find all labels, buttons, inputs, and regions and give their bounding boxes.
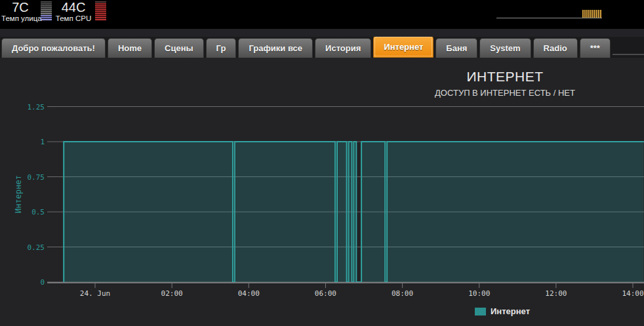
tab-гр[interactable]: Гр	[206, 38, 237, 58]
tab-добро-пожаловать-[interactable]: Добро пожаловать!	[1, 38, 106, 58]
sparkline-baseline	[496, 18, 602, 18]
svg-text:02:00: 02:00	[161, 289, 183, 298]
tab-home[interactable]: Home	[108, 38, 152, 58]
tab-интернет[interactable]: Интернет	[373, 35, 433, 58]
svg-text:10:00: 10:00	[468, 289, 490, 298]
svg-text:04:00: 04:00	[238, 289, 260, 298]
svg-text:1.25: 1.25	[28, 103, 45, 112]
outdoor-temp-gauge-icon	[41, 1, 52, 20]
tabbar-baseline	[613, 35, 644, 55]
tab--[interactable]: ***	[580, 38, 611, 58]
sparkline-bars-icon	[582, 10, 601, 18]
cpu-temp-label: Темп CPU	[55, 14, 92, 22]
cpu-temp-gauge-icon	[95, 1, 106, 20]
chart-title: ИНТЕРНЕТ	[367, 69, 643, 85]
svg-text:14:00: 14:00	[622, 289, 643, 298]
legend-label: Интернет	[491, 306, 530, 316]
tab-system[interactable]: System	[479, 38, 531, 58]
svg-text:0.75: 0.75	[28, 173, 45, 182]
tab-история[interactable]: История	[315, 38, 371, 58]
svg-text:12:00: 12:00	[545, 289, 567, 298]
topbar-divider	[0, 29, 644, 37]
cpu-temp-value: 44C	[55, 1, 92, 14]
svg-text:08:00: 08:00	[392, 289, 413, 298]
y-axis-title: Интернет	[14, 155, 23, 234]
outdoor-temp-value: 7C	[1, 1, 39, 14]
svg-text:0.5: 0.5	[31, 208, 45, 216]
svg-text:06:00: 06:00	[315, 289, 336, 298]
svg-text:1: 1	[40, 138, 45, 146]
tab-radio[interactable]: Radio	[533, 38, 578, 58]
topbar: 7C Темп улица 44C Темп CPU	[0, 0, 644, 29]
legend-swatch-icon	[475, 308, 486, 316]
svg-text:24. Jun: 24. Jun	[80, 289, 110, 298]
tab-графики-все[interactable]: Графики все	[238, 38, 313, 58]
chart-subtitle: ДОСТУП В ИНТЕРНЕТ ЕСТЬ / НЕТ	[367, 88, 643, 98]
outdoor-temp-widget: 7C Темп улица	[1, 1, 39, 22]
tab-сцены[interactable]: Сцены	[154, 38, 204, 58]
tab-bar: Добро пожаловать!HomeСценыГрГрафики всеИ…	[0, 37, 644, 58]
outdoor-temp-label: Темп улица	[1, 14, 39, 22]
cpu-temp-widget: 44C Темп CPU	[55, 1, 92, 22]
svg-text:0.25: 0.25	[28, 243, 45, 252]
legend-item-internet[interactable]: Интернет	[433, 306, 572, 316]
svg-text:0: 0	[40, 278, 45, 287]
tab-баня[interactable]: Баня	[435, 38, 477, 58]
